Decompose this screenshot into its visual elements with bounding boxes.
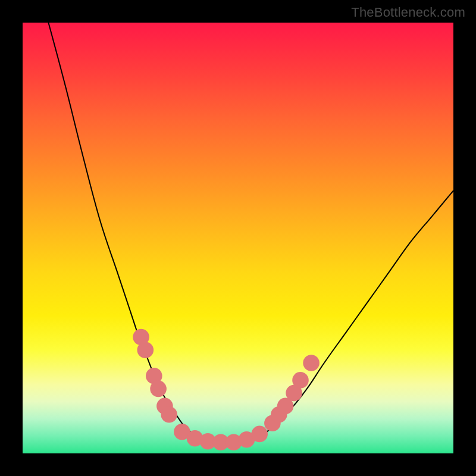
scatter-dot: [251, 426, 268, 443]
outer-frame: TheBottleneck.com: [0, 0, 476, 476]
scatter-dot: [292, 372, 309, 389]
plot-area: [23, 23, 453, 453]
scatter-dot: [303, 355, 320, 371]
scatter-dot: [150, 381, 167, 397]
scatter-dot: [161, 406, 177, 423]
scatter-dot: [137, 342, 154, 358]
chart-svg: [23, 23, 453, 453]
watermark-text: TheBottleneck.com: [351, 5, 465, 20]
bottleneck-curve: [48, 23, 453, 443]
scatter-points: [133, 329, 320, 450]
